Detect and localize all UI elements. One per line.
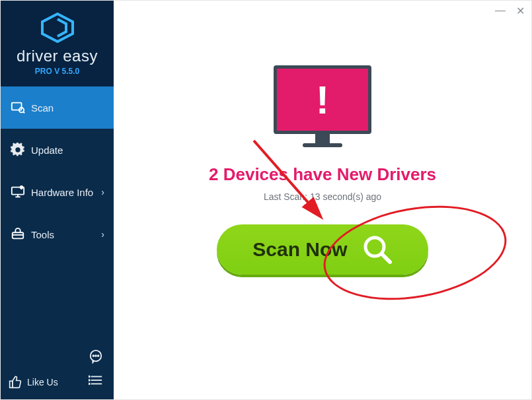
- svg-rect-1: [12, 103, 22, 110]
- svg-line-3: [23, 112, 24, 113]
- svg-point-19: [89, 380, 90, 381]
- svg-line-23: [382, 254, 390, 262]
- like-us-button[interactable]: Like Us: [9, 376, 58, 389]
- sidebar-footer: Like Us: [1, 347, 114, 399]
- last-scan-text: Last Scan: 13 second(s) ago: [264, 191, 381, 202]
- menu-icon[interactable]: [89, 374, 103, 389]
- chat-icon[interactable]: [89, 349, 103, 366]
- sidebar-item-update[interactable]: Update: [1, 129, 114, 171]
- app-window: driver easy PRO V 5.5.0 Scan: [0, 0, 532, 400]
- headline-text: 2 Devices have New Drivers: [209, 164, 436, 185]
- minimize-button[interactable]: —: [495, 5, 506, 17]
- magnifier-icon: [362, 234, 393, 265]
- gear-icon: [9, 143, 27, 157]
- brand-version: PRO V 5.5.0: [1, 67, 114, 76]
- svg-point-18: [89, 376, 90, 378]
- alert-monitor-graphic: !: [274, 65, 371, 150]
- center-stage: ! 2 Devices have New Drivers Last Scan: …: [114, 65, 531, 275]
- sidebar-item-scan[interactable]: Scan: [1, 86, 114, 129]
- window-controls: — ✕: [495, 5, 525, 17]
- sidebar-item-label: Hardware Info: [31, 187, 93, 198]
- svg-point-12: [93, 355, 94, 356]
- svg-marker-0: [42, 14, 73, 42]
- sidebar-item-label: Update: [31, 145, 63, 156]
- brand-block: driver easy PRO V 5.5.0: [1, 1, 114, 86]
- scan-now-label: Scan Now: [252, 238, 347, 261]
- brand-name: driver easy: [1, 47, 114, 65]
- chevron-right-icon: ›: [101, 229, 104, 240]
- svg-point-13: [95, 355, 96, 356]
- toolbox-icon: [9, 227, 27, 242]
- sidebar-item-label: Tools: [31, 229, 54, 240]
- sidebar: driver easy PRO V 5.5.0 Scan: [1, 1, 114, 399]
- sidebar-item-tools[interactable]: Tools ›: [1, 213, 114, 255]
- thumbs-up-icon: [9, 376, 22, 389]
- scan-icon: [9, 100, 27, 115]
- svg-text:i: i: [21, 186, 22, 189]
- main-panel: — ✕ ! 2 Devices have New Drivers Last Sc…: [114, 1, 531, 399]
- nav: Scan Update i: [1, 86, 114, 347]
- chevron-right-icon: ›: [101, 187, 104, 197]
- monitor-icon: i: [9, 185, 27, 199]
- svg-point-14: [98, 355, 99, 356]
- sidebar-item-label: Scan: [31, 102, 54, 114]
- like-us-label: Like Us: [27, 377, 58, 387]
- close-button[interactable]: ✕: [516, 5, 525, 17]
- logo-icon: [40, 13, 75, 43]
- sidebar-item-hardware-info[interactable]: i Hardware Info ›: [1, 171, 114, 213]
- svg-point-20: [89, 383, 90, 385]
- svg-rect-21: [10, 381, 13, 387]
- scan-now-button[interactable]: Scan Now: [217, 224, 428, 275]
